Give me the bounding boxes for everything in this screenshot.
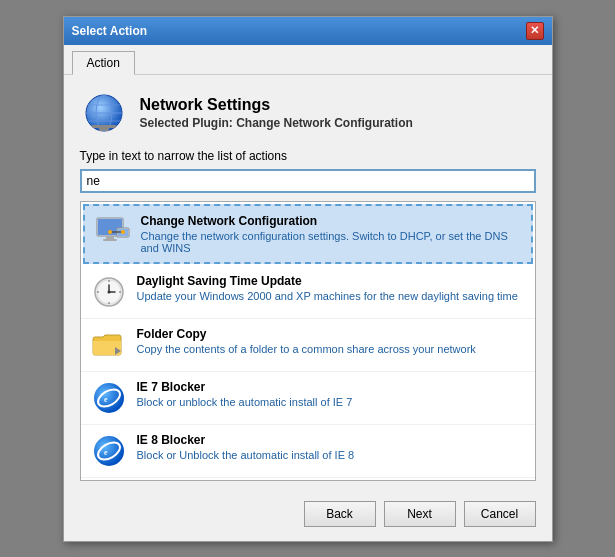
cancel-button[interactable]: Cancel: [464, 501, 536, 527]
svg-rect-10: [103, 239, 117, 241]
header-text: Network Settings Selected Plugin: Change…: [140, 96, 413, 130]
title-bar: Select Action ✕: [64, 17, 552, 45]
item-text-ie7: IE 7 Blocker Block or unblock the automa…: [137, 380, 525, 408]
item-title-daylight: Daylight Saving Time Update: [137, 274, 525, 288]
svg-text:e: e: [104, 395, 108, 404]
header-title: Network Settings: [140, 96, 413, 114]
daylight-saving-icon: [91, 274, 127, 310]
svg-point-14: [108, 230, 112, 234]
actions-list: Change Network Configuration Change the …: [80, 201, 536, 481]
list-item[interactable]: Change Network Configuration Change the …: [83, 204, 533, 264]
svg-rect-6: [99, 128, 109, 131]
search-input[interactable]: [80, 169, 536, 193]
change-network-icon: [95, 214, 131, 250]
item-desc-ie7: Block or unblock the automatic install o…: [137, 396, 525, 408]
ie8-blocker-icon: e: [91, 433, 127, 469]
next-button[interactable]: Next: [384, 501, 456, 527]
filter-label: Type in text to narrow the list of actio…: [80, 149, 536, 163]
svg-point-15: [121, 230, 125, 234]
dialog-window: Select Action ✕ Action: [63, 16, 553, 542]
network-settings-icon: [80, 89, 128, 137]
list-item[interactable]: Folder Copy Copy the contents of a folde…: [81, 319, 535, 372]
item-title-folder-copy: Folder Copy: [137, 327, 525, 341]
list-item[interactable]: e IE 8 Blocker Block or Unblock the auto…: [81, 425, 535, 478]
item-desc-folder-copy: Copy the contents of a folder to a commo…: [137, 343, 525, 355]
back-button[interactable]: Back: [304, 501, 376, 527]
ie7-blocker-icon: e: [91, 380, 127, 416]
item-title-ie8: IE 8 Blocker: [137, 433, 525, 447]
item-text-folder-copy: Folder Copy Copy the contents of a folde…: [137, 327, 525, 355]
header-section: Network Settings Selected Plugin: Change…: [80, 89, 536, 137]
tab-action[interactable]: Action: [72, 51, 135, 75]
item-desc-ie8: Block or Unblock the automatic install o…: [137, 449, 525, 461]
item-desc-daylight: Update your Windows 2000 and XP machines…: [137, 290, 525, 302]
svg-rect-5: [92, 125, 116, 128]
list-item[interactable]: e IE 7 Blocker Block or unblock the auto…: [81, 372, 535, 425]
tab-bar: Action: [64, 45, 552, 75]
svg-text:e: e: [104, 448, 108, 457]
item-text-ie8: IE 8 Blocker Block or Unblock the automa…: [137, 433, 525, 461]
item-text-daylight: Daylight Saving Time Update Update your …: [137, 274, 525, 302]
folder-copy-icon: [91, 327, 127, 363]
item-title-ie7: IE 7 Blocker: [137, 380, 525, 394]
close-button[interactable]: ✕: [526, 22, 544, 40]
header-subtitle: Selected Plugin: Change Network Configur…: [140, 116, 413, 130]
list-item[interactable]: Daylight Saving Time Update Update your …: [81, 266, 535, 319]
svg-rect-9: [106, 236, 114, 239]
window-title: Select Action: [72, 24, 148, 38]
content-area: Network Settings Selected Plugin: Change…: [64, 75, 552, 491]
item-text-change-network: Change Network Configuration Change the …: [141, 214, 521, 254]
item-desc-change-network: Change the network configuration setting…: [141, 230, 521, 254]
svg-point-24: [107, 290, 110, 293]
item-title-change-network: Change Network Configuration: [141, 214, 521, 228]
button-bar: Back Next Cancel: [64, 491, 552, 541]
